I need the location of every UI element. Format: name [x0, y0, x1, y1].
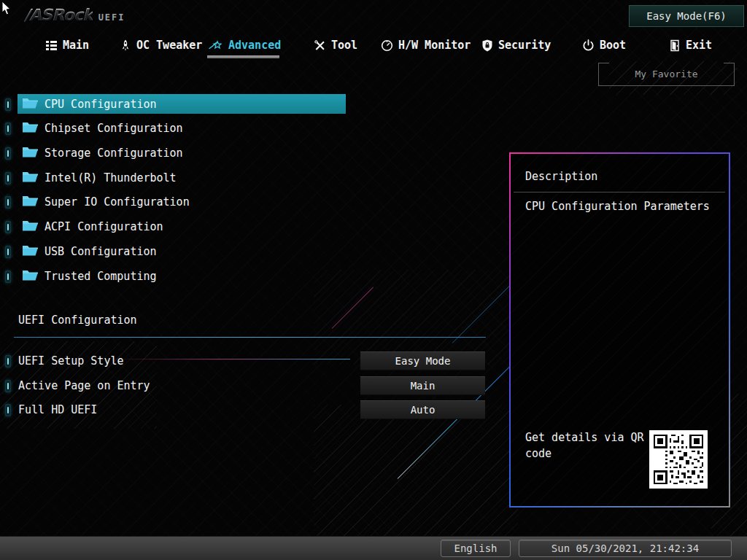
active-page-on-entry-value-button[interactable]: Main: [360, 376, 485, 395]
tab-label: H/W Monitor: [398, 39, 471, 52]
tab-label: Tool: [331, 39, 357, 52]
status-bar: English Sun 05/30/2021, 21:42:34: [0, 536, 747, 560]
menu-item-cpu-configuration[interactable]: CPU Configuration: [0, 94, 365, 114]
menu-item-label: Chipset Configuration: [44, 122, 183, 135]
description-divider: [514, 192, 725, 192]
section-divider: [14, 337, 486, 338]
menu-item-super-io-configuration[interactable]: Super IO Configuration: [0, 192, 365, 212]
list-icon: [45, 39, 58, 52]
node-marker-icon: [5, 196, 11, 209]
description-title: Description: [525, 170, 597, 183]
gauge-icon: [381, 39, 393, 52]
asrock-logo: /ASRock UEFI: [24, 6, 125, 24]
node-marker-icon: [5, 380, 11, 392]
menu-item-usb-configuration[interactable]: USB Configuration: [0, 241, 365, 262]
node-marker-icon: [5, 246, 11, 258]
menu-item-label: Trusted Computing: [44, 270, 157, 283]
tab-advanced[interactable]: Advanced: [209, 36, 281, 54]
menu-item-trusted-computing[interactable]: Trusted Computing: [0, 266, 365, 287]
star-icon: [209, 39, 223, 52]
node-marker-icon: [5, 404, 11, 416]
menu-item-chipset-configuration[interactable]: Chipset Configuration: [0, 118, 365, 139]
menu-item-intel-thunderbolt[interactable]: Intel(R) Thunderbolt: [0, 168, 365, 188]
folder-icon: [22, 146, 39, 161]
exit-door-icon: [669, 39, 681, 52]
tab-main[interactable]: Main: [45, 36, 89, 54]
menu-item-acpi-configuration[interactable]: ACPI Configuration: [0, 217, 365, 237]
qr-caption: Get details via QR code: [525, 429, 646, 462]
node-marker-icon: [5, 271, 11, 283]
tab-label: Advanced: [228, 39, 281, 52]
setting-label: UEFI Setup Style: [18, 354, 124, 368]
menu-item-storage-configuration[interactable]: Storage Configuration: [0, 143, 365, 163]
qr-code: [649, 430, 708, 489]
tab-security[interactable]: Security: [481, 36, 551, 54]
node-marker-icon: [5, 147, 11, 160]
my-favorite-button[interactable]: My Favorite: [598, 63, 735, 86]
background-hatch: [314, 405, 518, 536]
tab-boot[interactable]: Boot: [582, 36, 626, 54]
tab-tool[interactable]: Tool: [314, 36, 357, 54]
description-panel: Description CPU Configuration Parameters…: [509, 152, 730, 508]
node-marker-icon: [5, 172, 11, 184]
folder-icon: [22, 269, 39, 284]
description-panel-inner: Description CPU Configuration Parameters…: [511, 154, 729, 506]
tab-label: OC Tweaker: [136, 39, 202, 52]
decorative-line: [332, 287, 374, 329]
asrock-logo-text: /ASRock: [24, 6, 93, 24]
folder-icon: [22, 97, 39, 112]
tab-label: Exit: [686, 39, 712, 52]
shield-icon: [481, 39, 493, 52]
menu-item-label: USB Configuration: [44, 245, 157, 258]
uefi-setup-style-value-button[interactable]: Easy Mode: [360, 351, 485, 370]
rocket-icon: [120, 39, 131, 52]
tab-label: Boot: [600, 39, 626, 52]
folder-icon: [22, 219, 39, 235]
description-body: CPU Configuration Parameters: [525, 199, 715, 214]
active-tab-underline: [207, 55, 279, 58]
menu-item-label: ACPI Configuration: [44, 220, 163, 233]
menu-item-label: Super IO Configuration: [44, 195, 190, 209]
node-marker-icon: [5, 221, 11, 233]
menu-item-label: CPU Configuration: [44, 98, 157, 111]
setting-label: Active Page on Entry: [18, 379, 150, 392]
section-title: UEFI Configuration: [18, 314, 137, 327]
folder-icon: [22, 195, 39, 210]
folder-icon: [22, 244, 39, 260]
menu-item-label: Storage Configuration: [44, 147, 183, 160]
node-marker-icon: [5, 355, 11, 368]
language-button[interactable]: English: [441, 540, 511, 557]
folder-icon: [22, 171, 39, 186]
tools-icon: [314, 39, 326, 52]
tab-label: Main: [63, 39, 89, 52]
menu-item-label: Intel(R) Thunderbolt: [44, 171, 177, 184]
power-icon: [582, 39, 595, 52]
node-marker-icon: [5, 98, 11, 111]
tab-hw-monitor[interactable]: H/W Monitor: [381, 36, 471, 54]
tab-label: Security: [498, 39, 551, 52]
decorative-line: [452, 281, 515, 343]
datetime-display: Sun 05/30/2021, 21:42:34: [519, 540, 732, 557]
easy-mode-button[interactable]: Easy Mode(F6): [629, 5, 744, 27]
folder-icon: [22, 121, 39, 136]
setting-label: Full HD UEFI: [18, 403, 97, 416]
uefi-logo-text: UEFI: [98, 12, 125, 23]
tab-oc-tweaker[interactable]: OC Tweaker: [120, 36, 202, 54]
full-hd-uefi-value-button[interactable]: Auto: [360, 400, 485, 419]
mouse-cursor-icon: [1, 1, 12, 19]
node-marker-icon: [5, 122, 11, 135]
tab-exit[interactable]: Exit: [669, 36, 712, 54]
